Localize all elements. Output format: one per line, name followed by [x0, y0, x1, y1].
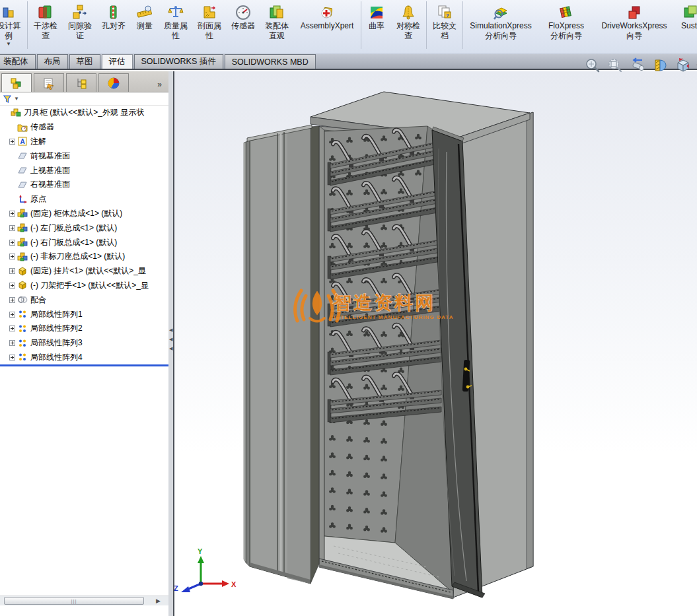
previous-view-icon[interactable]: [629, 57, 646, 74]
clearance-verification-button[interactable]: 间隙验 证: [63, 0, 97, 53]
compare-documents-button[interactable]: ? 比较文 档: [427, 0, 462, 53]
tab-layout[interactable]: 布局: [37, 54, 68, 69]
tree-item[interactable]: 局部线性阵列2: [0, 322, 168, 336]
tree-item-label: (-) 非标刀座总成<1> (默认): [30, 251, 125, 262]
tree-item[interactable]: 上视基准面: [0, 163, 168, 178]
tree-item-label: 局部线性阵列1: [30, 309, 83, 320]
tree-item[interactable]: 局部线性阵列1: [0, 307, 168, 322]
simulationxpress-icon: [492, 1, 509, 21]
expander-icon[interactable]: [9, 355, 15, 360]
tree-item[interactable]: 右视基准面: [0, 178, 168, 192]
filter-funnel-icon[interactable]: [3, 94, 12, 104]
design-study-button[interactable]: 设计算 例 ▼: [0, 0, 26, 53]
tree-horizontal-scrollbar[interactable]: ||| ▶: [0, 596, 168, 605]
workspace: » ▼ 刀具柜 (默认<<默认>_外观 显示状传感器A注解前视基准面上视基准面右…: [0, 71, 697, 616]
simulationxpress-button[interactable]: SimulationXpress 分析向导: [464, 0, 538, 53]
tree-item[interactable]: 局部线性阵列3: [0, 336, 168, 351]
tree-item[interactable]: 传感器: [0, 120, 168, 135]
tree-item[interactable]: (-) 非标刀座总成<1> (默认): [0, 250, 168, 264]
tab-configurationmanager[interactable]: [66, 73, 96, 92]
tab-propertymanager[interactable]: [34, 73, 64, 92]
assembly-visualization-button[interactable]: 装配体 直观: [260, 0, 294, 53]
component-icon: [17, 252, 28, 262]
tab-solidworks-addins[interactable]: SOLIDWORKS 插件: [134, 54, 223, 69]
expander-icon[interactable]: [9, 325, 15, 331]
tree-filter-row: ▼: [0, 92, 168, 106]
expander-icon[interactable]: [9, 297, 15, 303]
scrollbar-thumb[interactable]: |||: [4, 597, 144, 605]
tree-item[interactable]: (-) 左门板总成<1> (默认): [0, 221, 168, 235]
hole-alignment-button[interactable]: 孔对齐: [97, 0, 130, 53]
cabinet-3d-model: 智造资料网 INTELLIGENT MANUFACTURING DATA Y X…: [174, 71, 697, 616]
tree-item[interactable]: 刀具柜 (默认<<默认>_外观 显示状: [0, 106, 168, 120]
section-view-icon[interactable]: [651, 57, 669, 74]
tree-item[interactable]: 配合: [0, 292, 168, 307]
tree-item-label: 上视基准面: [30, 165, 70, 176]
tab-solidworks-mbd[interactable]: SOLIDWORKS MBD: [225, 54, 316, 69]
expander-icon[interactable]: [9, 139, 15, 145]
tree-item-label: 右视基准面: [30, 179, 70, 190]
tab-evaluate[interactable]: 评估: [102, 54, 133, 69]
tree-item[interactable]: (固定) 挂片<1> (默认<<默认>_显: [0, 264, 168, 279]
feature-tree: 刀具柜 (默认<<默认>_外观 显示状传感器A注解前视基准面上视基准面右视基准面…: [0, 106, 168, 364]
tab-featuremanager-tree[interactable]: [1, 73, 32, 92]
view-orientation-icon[interactable]: [674, 57, 691, 74]
symmetry-check-button[interactable]: 对称检 查: [391, 0, 425, 53]
tab-sketch[interactable]: 草图: [69, 54, 100, 69]
symmetry-check-icon: [400, 1, 417, 21]
watermark-subtitle: INTELLIGENT MANUFACTURING DATA: [334, 314, 454, 320]
rollback-bar[interactable]: [0, 364, 168, 366]
expander-icon[interactable]: [9, 340, 15, 346]
plane-icon: [17, 151, 28, 161]
zoom-to-fit-icon[interactable]: [584, 57, 601, 74]
tree-item[interactable]: 原点: [0, 192, 168, 207]
ribbon-separator: [361, 1, 361, 49]
triad-y-label: Y: [198, 547, 203, 555]
assemblyxpert-button[interactable]: AssemblyXpert: [294, 0, 360, 53]
tree-item[interactable]: 前视基准面: [0, 149, 168, 163]
expander-icon[interactable]: [9, 254, 15, 259]
watermark-title: 智造资料网: [332, 292, 435, 313]
section-properties-button[interactable]: 剖面属 性: [192, 0, 227, 53]
driveworksxpress-button[interactable]: DriveWorksXpress 向导: [595, 0, 674, 53]
measure-button[interactable]: 测量: [130, 0, 159, 53]
annotations-icon: A: [17, 136, 28, 147]
floxpress-button[interactable]: FloXpress 分析向导: [538, 0, 595, 53]
hole-alignment-icon: [105, 1, 122, 21]
heads-up-view-toolbar: ▾: [584, 57, 697, 74]
expander-icon[interactable]: [9, 268, 15, 274]
section-properties-icon: [201, 1, 218, 21]
panel-overflow-chevron-icon[interactable]: »: [157, 80, 167, 92]
sustainability-button[interactable]: Sust: [674, 0, 697, 53]
tree-item-label: 注解: [30, 136, 46, 147]
tree-item[interactable]: (固定) 柜体总成<1> (默认): [0, 207, 168, 221]
scrollbar-right-arrow-icon[interactable]: ▶: [156, 598, 161, 604]
tree-item[interactable]: 局部线性阵列4: [0, 351, 168, 365]
reference-triad: Y X Z: [174, 547, 237, 592]
curvature-button[interactable]: 曲率: [362, 0, 391, 53]
zoom-to-area-icon[interactable]: [606, 57, 624, 74]
tab-displaymanager[interactable]: [98, 73, 129, 92]
tree-item[interactable]: (-) 右门板总成<1> (默认): [0, 235, 168, 250]
ribbon-toolbar: 设计算 例 ▼ 干涉检 查 间隙验 证 孔对齐 测量 质量属: [0, 0, 697, 54]
panel-splitter[interactable]: ◀◀◀: [168, 71, 174, 616]
splitter-collapse-arrows-icon[interactable]: ◀◀◀: [169, 327, 172, 351]
expander-icon[interactable]: [9, 312, 15, 318]
expander-icon[interactable]: [9, 225, 15, 231]
tab-assembly[interactable]: 装配体: [0, 54, 36, 69]
sensors-button[interactable]: 传感器: [227, 0, 260, 53]
expander-icon[interactable]: [9, 211, 15, 217]
graphics-viewport[interactable]: 智造资料网 INTELLIGENT MANUFACTURING DATA Y X…: [174, 71, 697, 616]
tree-item[interactable]: A注解: [0, 135, 168, 149]
interference-check-button[interactable]: 干涉检 查: [28, 0, 63, 53]
sustainability-icon: [680, 1, 697, 21]
design-study-icon: [1, 1, 17, 21]
mass-properties-button[interactable]: 质量属 性: [159, 0, 192, 53]
curvature-icon: [368, 1, 385, 21]
expander-icon[interactable]: [9, 283, 15, 289]
filter-dropdown-icon[interactable]: ▼: [14, 96, 19, 102]
tree-item-label: 前视基准面: [30, 151, 70, 162]
tree-item-label: (固定) 柜体总成<1> (默认): [30, 208, 122, 219]
tree-item[interactable]: (-) 刀架把手<1> (默认<<默认>_显: [0, 279, 168, 293]
expander-icon[interactable]: [9, 240, 15, 246]
